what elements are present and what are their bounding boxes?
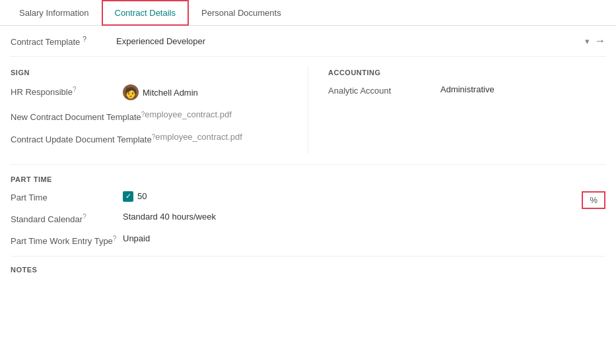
notes-header: NOTES bbox=[11, 256, 605, 274]
section-divider bbox=[11, 164, 605, 165]
contract-template-select: Experienced Developer ▾ → bbox=[116, 35, 605, 47]
part-time-header: PART TIME bbox=[11, 175, 605, 183]
accounting-header: ACCOUNTING bbox=[328, 69, 605, 76]
part-time-section: PART TIME Part Time ✓ 50 % Standard Cale… bbox=[11, 175, 605, 247]
tab-contract-details[interactable]: Contract Details bbox=[102, 0, 189, 26]
part-time-value: ✓ 50 bbox=[123, 191, 147, 202]
analytic-account-row: Analytic Account Administrative bbox=[328, 84, 605, 96]
work-entry-type-row: Part Time Work Entry Type? Unpaid bbox=[11, 233, 605, 246]
contract-update-doc-row: Contract Update Document Template? emplo… bbox=[11, 132, 288, 144]
tab-personal-docs[interactable]: Personal Documents bbox=[189, 1, 294, 25]
standard-calendar-value: Standard 40 hours/week bbox=[123, 212, 216, 222]
part-time-label: Part Time bbox=[11, 191, 123, 202]
part-time-checkbox[interactable]: ✓ bbox=[123, 191, 133, 202]
percent-button[interactable]: % bbox=[582, 191, 605, 209]
accounting-section: ACCOUNTING Analytic Account Administrati… bbox=[308, 66, 605, 154]
avatar: 🧑 bbox=[123, 84, 139, 100]
new-contract-doc-value: employee_contract.pdf bbox=[145, 109, 232, 119]
contract-template-row: Contract Template ? Experienced Develope… bbox=[11, 35, 605, 57]
hr-responsible-value: 🧑 Mitchell Admin bbox=[123, 84, 198, 100]
contract-update-doc-value: employee_contract.pdf bbox=[155, 132, 242, 142]
contract-template-label: Contract Template ? bbox=[11, 35, 116, 47]
hr-responsible-label: HR Responsible? bbox=[11, 84, 123, 97]
dropdown-arrow-icon[interactable]: ▾ bbox=[585, 36, 590, 46]
sign-section: SIGN HR Responsible? 🧑 Mitchell Admin Ne… bbox=[11, 66, 308, 154]
tab-salary-info[interactable]: Salary Information bbox=[7, 1, 102, 25]
sign-header: SIGN bbox=[11, 69, 288, 76]
two-col-layout: SIGN HR Responsible? 🧑 Mitchell Admin Ne… bbox=[11, 66, 605, 154]
hr-responsible-row: HR Responsible? 🧑 Mitchell Admin bbox=[11, 84, 288, 100]
work-entry-type-value: Unpaid bbox=[123, 233, 150, 243]
navigate-arrow-icon[interactable]: → bbox=[595, 35, 605, 47]
part-time-outer: Part Time ✓ 50 % bbox=[11, 191, 605, 202]
tab-bar: Salary Information Contract Details Pers… bbox=[0, 0, 616, 26]
main-content: Contract Template ? Experienced Develope… bbox=[0, 26, 616, 283]
standard-calendar-row: Standard Calendar? Standard 40 hours/wee… bbox=[11, 212, 605, 224]
analytic-account-value: Administrative bbox=[440, 84, 495, 94]
new-contract-doc-row: New Contract Document Template? employee… bbox=[11, 109, 288, 122]
standard-calendar-label: Standard Calendar? bbox=[11, 212, 123, 224]
template-controls: ▾ → bbox=[585, 35, 605, 47]
contract-update-doc-label: Contract Update Document Template? bbox=[11, 132, 155, 144]
new-contract-doc-label: New Contract Document Template? bbox=[11, 109, 145, 122]
work-entry-type-label: Part Time Work Entry Type? bbox=[11, 233, 123, 246]
contract-template-value: Experienced Developer bbox=[116, 36, 205, 46]
part-time-row: Part Time ✓ 50 bbox=[11, 191, 605, 202]
analytic-account-label: Analytic Account bbox=[328, 84, 440, 96]
